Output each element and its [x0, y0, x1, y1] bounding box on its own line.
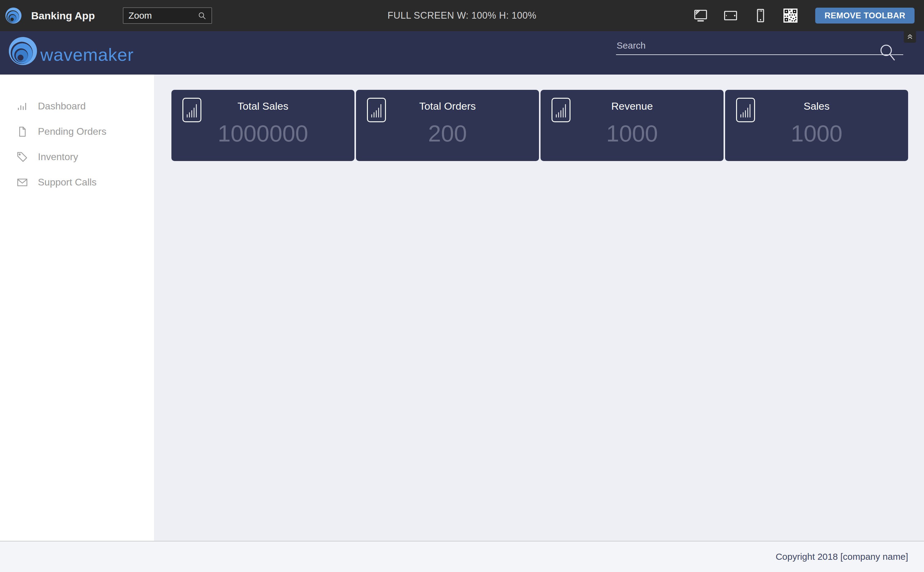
header-search: [616, 39, 903, 55]
remove-toolbar-button[interactable]: REMOVE TOOLBAR: [815, 8, 915, 23]
page-footer: Copyright 2018 [company name]: [0, 541, 924, 572]
wavemaker-logo-icon: [8, 36, 38, 66]
sidebar-nav: Dashboard Pending Orders Inventory Suppo…: [0, 75, 154, 541]
bar-chart-icon: [551, 98, 570, 122]
bar-chart-icon: [17, 101, 28, 112]
collapse-header-button[interactable]: [904, 31, 916, 43]
card-value: 1000000: [171, 120, 354, 147]
sidebar-item-label: Pending Orders: [38, 126, 106, 137]
bar-chart-icon: [367, 98, 386, 122]
card-total-orders: Total Orders 200: [356, 90, 539, 161]
card-sales: Sales 1000: [725, 90, 908, 161]
tablet-preview-icon[interactable]: [724, 9, 738, 23]
main-content: Total Sales 1000000 Total Orders 200: [154, 75, 924, 541]
sidebar-item-label: Dashboard: [38, 101, 86, 112]
search-icon[interactable]: [879, 43, 896, 62]
chevron-double-up-icon: [906, 33, 914, 40]
brand: wavemaker: [8, 36, 134, 70]
app-header: wavemaker: [0, 31, 924, 75]
sidebar-item-pending-orders[interactable]: Pending Orders: [0, 119, 154, 144]
wavemaker-logo-icon: [5, 7, 22, 24]
toolbar-actions: REMOVE TOOLBAR: [694, 0, 915, 31]
zoom-search-box[interactable]: [123, 7, 212, 24]
sidebar-item-label: Inventory: [38, 151, 78, 163]
sidebar-item-label: Support Calls: [38, 177, 96, 188]
page-body: Dashboard Pending Orders Inventory Suppo…: [0, 75, 924, 541]
card-total-sales: Total Sales 1000000: [171, 90, 354, 161]
phone-preview-icon[interactable]: [753, 9, 767, 23]
brand-name: wavemaker: [40, 44, 134, 65]
copyright-text: Copyright 2018 [company name]: [775, 552, 908, 562]
desktop-preview-icon[interactable]: [694, 9, 708, 23]
sidebar-item-inventory[interactable]: Inventory: [0, 144, 154, 169]
sidebar-item-dashboard[interactable]: Dashboard: [0, 93, 154, 119]
tag-icon: [17, 151, 28, 163]
bar-chart-icon: [736, 98, 755, 122]
card-value: 1000: [725, 120, 908, 147]
card-value: 1000: [540, 120, 724, 147]
kpi-cards: Total Sales 1000000 Total Orders 200: [171, 90, 908, 161]
search-input[interactable]: [616, 39, 903, 55]
qr-code-icon[interactable]: [783, 9, 798, 23]
sidebar-item-support-calls[interactable]: Support Calls: [0, 169, 154, 195]
zoom-input[interactable]: [128, 10, 197, 21]
app-title: Banking App: [31, 10, 95, 22]
dev-toolbar: Banking App FULL SCREEN W: 100% H: 100%: [0, 0, 924, 31]
search-icon: [197, 11, 207, 20]
card-revenue: Revenue 1000: [540, 90, 724, 161]
envelope-icon: [17, 177, 28, 188]
fullscreen-status: FULL SCREEN W: 100% H: 100%: [387, 10, 536, 21]
card-value: 200: [356, 120, 539, 147]
bar-chart-icon: [182, 98, 201, 122]
document-icon: [17, 126, 28, 137]
